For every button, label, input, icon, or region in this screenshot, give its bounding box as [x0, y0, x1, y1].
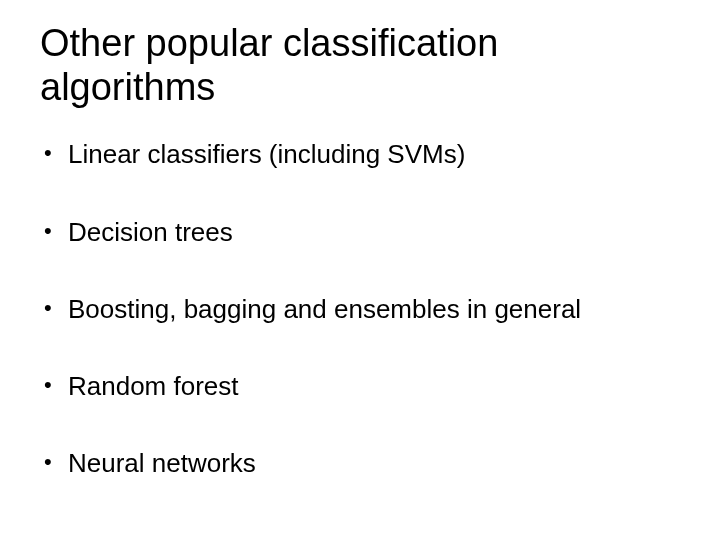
list-item: Linear classifiers (including SVMs): [40, 139, 680, 170]
slide: Other popular classification algorithms …: [0, 0, 720, 540]
list-item: Random forest: [40, 371, 680, 402]
bullet-list: Linear classifiers (including SVMs) Deci…: [40, 139, 680, 479]
list-item: Neural networks: [40, 448, 680, 479]
slide-title: Other popular classification algorithms: [40, 22, 680, 109]
list-item: Boosting, bagging and ensembles in gener…: [40, 294, 680, 325]
list-item: Decision trees: [40, 217, 680, 248]
